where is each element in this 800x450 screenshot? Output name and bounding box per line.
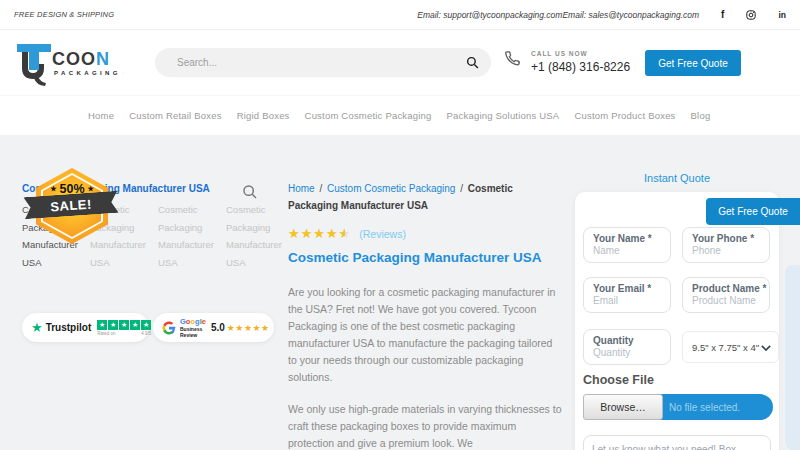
nav-item-custom-cosmetic-packaging[interactable]: Custom Cosmetic Packaging xyxy=(305,110,432,121)
page-title: Cosmetic Packaging Manufacturer USA xyxy=(288,250,542,265)
breadcrumb-parent[interactable]: Custom Cosmetic Packaging xyxy=(327,183,455,194)
size-select-value: 9.5" x 7.75" x 4" xyxy=(692,342,761,353)
badge-star-icon: ★ xyxy=(88,185,94,193)
sales-email-link[interactable]: Email: sales@tycoonpackaging.com xyxy=(562,10,699,20)
trustpilot-star-box: ★ xyxy=(97,320,107,330)
reviews-link[interactable]: (Reviews) xyxy=(359,228,406,240)
google-badge-subtitle: Business Review xyxy=(180,326,206,338)
side-tab-strip[interactable] xyxy=(785,265,800,450)
nav-item-home[interactable]: Home xyxy=(88,110,114,121)
product-paragraph-1: Are you looking for a cosmetic packaging… xyxy=(288,284,564,386)
email-field[interactable]: Your Email * Email xyxy=(583,277,671,313)
instagram-icon[interactable] xyxy=(746,10,756,20)
sale-ribbon-text: SALE! xyxy=(50,196,92,214)
name-field[interactable]: Your Name * Name xyxy=(583,227,671,263)
get-free-quote-button[interactable]: Get Free Quote xyxy=(645,50,741,76)
search-bar xyxy=(155,48,491,77)
search-input[interactable] xyxy=(175,56,466,69)
logo-subtitle: PACKAGING xyxy=(54,70,121,76)
breadcrumb-home[interactable]: Home xyxy=(288,183,315,194)
trustpilot-name: Trustpilot xyxy=(46,322,92,333)
trustpilot-badge[interactable]: ★ Trustpilot ★ ★ ★ ★ ★ Rated on 4.9/5 xyxy=(22,313,149,342)
breadcrumb-separator: / xyxy=(460,183,463,194)
choose-file-label: Choose File xyxy=(583,373,654,387)
trustpilot-rating-note: Rated on 4.9/5 xyxy=(97,331,151,336)
logo[interactable]: COON PACKAGING xyxy=(12,38,121,88)
page-content: Cosmetic Packaging Manufacturer USA ★ 50… xyxy=(0,135,800,450)
google-wordmark: Google xyxy=(180,318,206,326)
search-icon[interactable] xyxy=(466,56,479,69)
trustpilot-star-box: ★ xyxy=(119,320,129,330)
trustpilot-star-box: ★ xyxy=(141,320,151,330)
nav-item-rigid-boxes[interactable]: Rigid Boxes xyxy=(237,110,290,121)
phone-number[interactable]: +1 (848) 316-8226 xyxy=(531,60,630,74)
instant-quote-title: Instant Quote xyxy=(575,172,779,184)
facebook-icon[interactable] xyxy=(721,9,724,20)
badge-star-icon: ★ xyxy=(50,185,56,193)
phone-icon xyxy=(504,50,521,71)
nav-item-packaging-solutions-usa[interactable]: Packaging Solutions USA xyxy=(447,110,560,121)
breadcrumb-separator: / xyxy=(319,183,322,194)
floating-get-free-quote-button[interactable]: Get Free Quote xyxy=(706,198,800,225)
promo-text: FREE DESIGN & SHIPPING xyxy=(14,10,114,19)
phone-field[interactable]: Your Phone * Phone xyxy=(682,227,770,263)
size-select[interactable]: 9.5" x 7.75" x 4" xyxy=(682,331,779,363)
trustpilot-star-box: ★ xyxy=(108,320,118,330)
product-name-field[interactable]: Product Name * Product Name xyxy=(682,277,770,313)
call-us-block: CALL US NOW +1 (848) 316-8226 xyxy=(504,50,630,74)
chevron-down-icon xyxy=(761,338,771,356)
no-file-selected-text: No file selected. xyxy=(659,394,773,420)
trustpilot-star-box: ★ xyxy=(130,320,140,330)
thumbnail-caption[interactable]: Cosmetic Packaging Manufacturer USA xyxy=(158,201,222,271)
star-rating-fill: ★★★★★ xyxy=(288,227,345,241)
google-review-badge[interactable]: Google Business Review 5.0 ★★★★★ xyxy=(153,313,274,342)
rating-row: ★★★★★ ★★★★★ (Reviews) xyxy=(288,227,406,241)
nav-item-custom-retail-boxes[interactable]: Custom Retail Boxes xyxy=(129,110,222,121)
star-rating: ★★★★★ ★★★★★ xyxy=(288,227,351,241)
thumbnail-caption[interactable]: Cosmetic Packaging Manufacturer USA xyxy=(226,201,290,271)
product-paragraph-2: We only use high-grade materials in vary… xyxy=(288,401,564,450)
file-upload[interactable]: Browse… No file selected. xyxy=(583,394,773,420)
message-textarea[interactable] xyxy=(583,435,771,450)
google-score: 5.0 xyxy=(211,322,225,333)
nav-item-blog[interactable]: Blog xyxy=(691,110,711,121)
trustpilot-star-icon: ★ xyxy=(31,321,43,334)
google-stars: ★★★★★ xyxy=(227,323,270,333)
trustpilot-stars: ★ ★ ★ ★ ★ xyxy=(97,320,152,330)
linkedin-icon[interactable] xyxy=(778,10,786,20)
logo-wordmark: COON xyxy=(52,50,121,68)
gallery-zoom-icon[interactable] xyxy=(242,184,258,204)
support-email-link[interactable]: Email: support@tycoonpackaging.com xyxy=(417,10,562,20)
nav-menu: HomeCustom Retail BoxesRigid BoxesCustom… xyxy=(0,95,800,135)
quantity-field[interactable]: Quantity Quantity xyxy=(583,329,671,365)
browse-button[interactable]: Browse… xyxy=(583,394,663,420)
google-g-icon xyxy=(162,321,176,335)
topbar: FREE DESIGN & SHIPPING Email: support@ty… xyxy=(0,0,800,30)
site-header: COON PACKAGING CALL US NOW +1 (848) 316-… xyxy=(0,30,800,95)
breadcrumb: Home / Custom Cosmetic Packaging / Cosme… xyxy=(288,180,560,214)
nav-item-custom-product-boxes[interactable]: Custom Product Boxes xyxy=(574,110,675,121)
call-us-label: CALL US NOW xyxy=(531,50,630,57)
